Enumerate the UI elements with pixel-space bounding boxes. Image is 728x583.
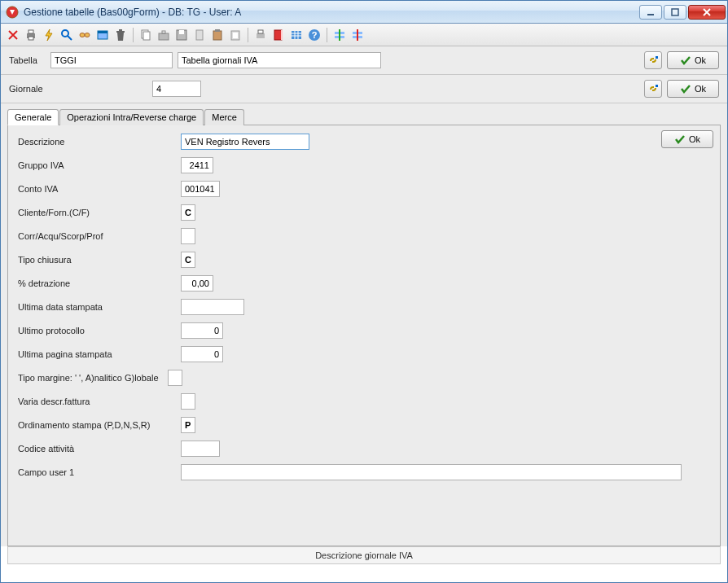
ultima-pagina-input[interactable]: [181, 346, 223, 362]
window-controls: [639, 5, 726, 20]
save-icon[interactable]: [174, 28, 189, 42]
tabella-desc-input[interactable]: [178, 52, 381, 68]
svg-rect-25: [258, 30, 263, 33]
goggles-icon[interactable]: [77, 28, 92, 42]
giornale-row: Giornale Ok: [1, 75, 727, 103]
corr-label: Corr/Acqu/Scorp/Prof: [18, 231, 181, 241]
gruppo-iva-label: Gruppo IVA: [18, 160, 181, 170]
ok-button-form[interactable]: Ok: [661, 130, 713, 148]
svg-rect-26: [274, 30, 282, 40]
tab-content-generale: Ok Descrizione Gruppo IVA Conto IVA Clie…: [7, 125, 721, 546]
toolbar-separator: [327, 28, 327, 42]
descrizione-label: Descrizione: [18, 137, 181, 147]
printer2-icon[interactable]: [253, 28, 268, 42]
svg-rect-23: [233, 33, 238, 38]
window-icon[interactable]: [95, 28, 110, 42]
copy-icon[interactable]: [138, 28, 153, 42]
document-icon[interactable]: [192, 28, 207, 42]
svg-rect-10: [98, 31, 107, 33]
ordinamento-input[interactable]: [181, 417, 195, 433]
ok-button-tabella[interactable]: Ok: [667, 51, 719, 69]
grid-icon[interactable]: [289, 28, 304, 42]
window-frame: Gestione tabelle (Bas00gForm) - DB: TG -…: [0, 0, 728, 583]
cancel-icon[interactable]: [6, 28, 20, 42]
detrazione-input[interactable]: [181, 275, 213, 292]
svg-rect-24: [257, 33, 265, 38]
svg-rect-16: [162, 31, 165, 33]
tipo-chiusura-input[interactable]: [181, 252, 195, 268]
tipo-margine-label: Tipo margine: ' ', A)nalitico G)lobale: [18, 373, 168, 383]
varia-descr-label: Varia descr.fattura: [18, 397, 181, 406]
codice-attivita-label: Codice attività: [18, 444, 181, 454]
cliente-forn-input[interactable]: [181, 204, 195, 221]
codice-attivita-input[interactable]: [181, 441, 220, 457]
ok-button-giornale[interactable]: Ok: [667, 80, 719, 98]
clipboard-icon[interactable]: [228, 28, 243, 42]
svg-rect-1: [647, 14, 654, 15]
tipo-margine-input[interactable]: [168, 370, 182, 386]
svg-point-7: [80, 33, 85, 37]
link-button-2[interactable]: [644, 80, 662, 98]
svg-rect-15: [159, 33, 169, 40]
svg-rect-14: [143, 32, 150, 40]
campo-user-input[interactable]: [181, 464, 682, 480]
svg-rect-28: [292, 31, 301, 39]
tab-operazioni[interactable]: Operazioni Intra/Reverse charge: [59, 109, 204, 125]
svg-point-6: [62, 30, 68, 37]
svg-rect-27: [281, 30, 283, 40]
ultima-data-input[interactable]: [181, 299, 244, 315]
print-icon[interactable]: [24, 28, 38, 42]
toolbar: ?: [1, 24, 727, 46]
insert-row-icon[interactable]: [332, 28, 347, 42]
campo-user-label: Campo user 1: [18, 467, 181, 477]
delete-row-icon[interactable]: [350, 28, 365, 42]
lightning-icon[interactable]: [42, 28, 56, 42]
ultima-data-label: Ultima data stampata: [18, 302, 181, 312]
minimize-button[interactable]: [639, 5, 662, 20]
descrizione-input[interactable]: [181, 134, 309, 150]
titlebar: Gestione tabelle (Bas00gForm) - DB: TG -…: [1, 1, 727, 24]
book-icon[interactable]: [271, 28, 286, 42]
toolbar-separator: [248, 28, 248, 42]
svg-rect-18: [179, 30, 184, 34]
svg-text:?: ?: [312, 30, 318, 40]
corr-input[interactable]: [181, 228, 195, 244]
svg-rect-35: [656, 56, 658, 59]
gruppo-iva-input[interactable]: [181, 157, 213, 173]
trash-icon[interactable]: [113, 28, 128, 42]
tabs-container: Generale Operazioni Intra/Reverse charge…: [1, 103, 727, 546]
tab-generale[interactable]: Generale: [7, 109, 59, 125]
ultima-pagina-label: Ultima pagina stampata: [18, 349, 181, 359]
svg-point-8: [85, 33, 90, 37]
detrazione-label: % detrazione: [18, 278, 181, 288]
svg-rect-11: [116, 31, 125, 33]
tipo-chiusura-label: Tipo chiusura: [18, 255, 181, 265]
search-icon[interactable]: [59, 28, 74, 42]
giornale-input[interactable]: [152, 81, 201, 97]
toolbar-separator: [133, 28, 134, 42]
varia-descr-input[interactable]: [181, 393, 195, 410]
tab-merce[interactable]: Merce: [204, 109, 244, 125]
cliente-forn-label: Cliente/Forn.(C/F): [18, 208, 181, 217]
ordinamento-label: Ordinamento stampa (P,D,N,S,R): [18, 420, 181, 430]
window-title: Gestione tabelle (Bas00gForm) - DB: TG -…: [24, 7, 639, 18]
paste-icon[interactable]: [210, 28, 225, 42]
help-icon[interactable]: ?: [307, 28, 322, 42]
status-bar: Descrizione giornale IVA: [7, 546, 721, 564]
ultimo-protocollo-label: Ultimo protocollo: [18, 326, 181, 335]
svg-rect-19: [196, 30, 203, 40]
ultimo-protocollo-input[interactable]: [181, 322, 223, 339]
svg-rect-5: [29, 37, 33, 40]
maximize-button[interactable]: [664, 5, 686, 20]
tabella-code-input[interactable]: [50, 52, 173, 68]
tabella-row: Tabella Ok: [1, 46, 727, 75]
briefcase-icon[interactable]: [156, 28, 171, 42]
ok-label: Ok: [689, 134, 700, 144]
app-icon: [6, 6, 19, 19]
conto-iva-input[interactable]: [181, 181, 220, 197]
svg-rect-2: [672, 9, 678, 15]
close-button[interactable]: [688, 5, 726, 20]
svg-rect-21: [215, 29, 220, 32]
link-button[interactable]: [644, 51, 662, 69]
status-text: Descrizione giornale IVA: [315, 550, 413, 560]
